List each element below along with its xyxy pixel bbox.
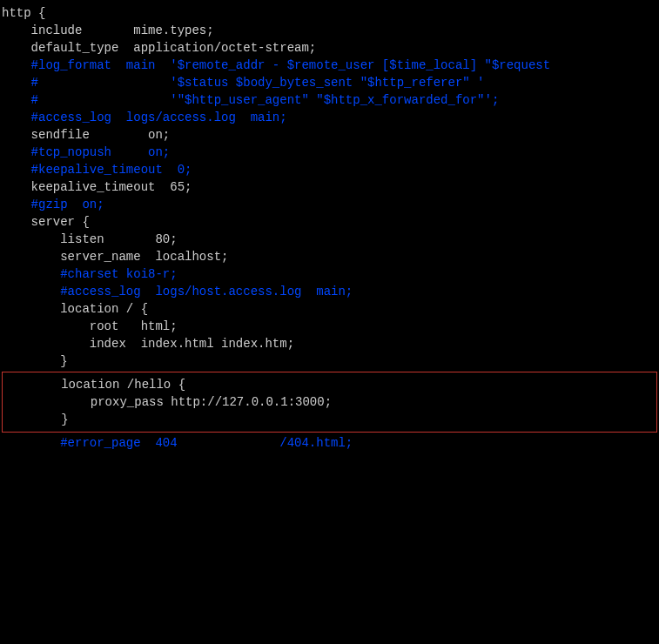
code-line: }	[2, 352, 657, 370]
code-comment-line: #log_format main '$remote_addr - $remote…	[2, 57, 657, 74]
code-line: http {	[2, 4, 657, 22]
code-comment-line: #tcp_nopush on;	[2, 144, 657, 161]
code-line: sendfile on;	[2, 126, 657, 144]
code-line: location / {	[2, 300, 657, 318]
code-line: proxy_pass http://127.0.0.1:3000;	[3, 393, 656, 411]
highlighted-region: location /hello { proxy_pass http://127.…	[2, 372, 657, 433]
code-line: location /hello {	[3, 376, 656, 393]
code-comment-line: #access_log logs/host.access.log main;	[2, 283, 657, 300]
code-comment-line: #keepalive_timeout 0;	[2, 161, 657, 178]
code-comment-line: # '$status $body_bytes_sent "$http_refer…	[2, 74, 657, 91]
code-line: default_type application/octet-stream;	[2, 39, 657, 57]
code-line: server_name localhost;	[2, 248, 657, 265]
code-line: keepalive_timeout 65;	[2, 178, 657, 196]
code-comment-line: # '"$http_user_agent" "$http_x_forwarded…	[2, 91, 657, 109]
code-comment-line: #charset koi8-r;	[2, 265, 657, 283]
code-comment-line: #access_log logs/access.log main;	[2, 109, 657, 126]
code-line: listen 80;	[2, 231, 657, 248]
code-line: }	[3, 411, 656, 428]
code-comment-line: #gzip on;	[2, 196, 657, 213]
code-line: server {	[2, 213, 657, 231]
code-line: root html;	[2, 318, 657, 335]
code-line: index index.html index.htm;	[2, 335, 657, 352]
code-comment-line: #error_page 404 /404.html;	[2, 434, 657, 452]
code-line: include mime.types;	[2, 22, 657, 39]
code-block: http { include mime.types; default_type …	[2, 4, 657, 452]
